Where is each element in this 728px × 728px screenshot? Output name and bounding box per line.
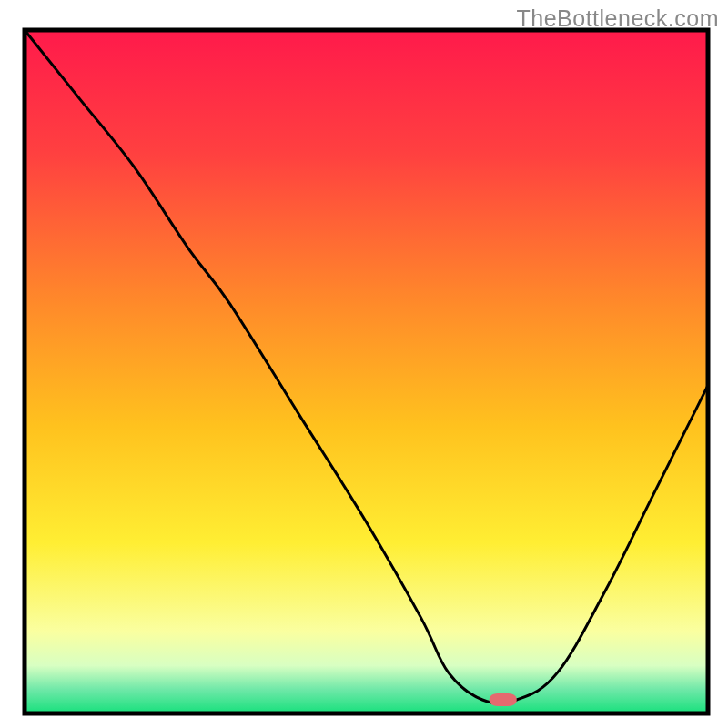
watermark-text: TheBottleneck.com xyxy=(517,5,720,32)
bottleneck-chart xyxy=(0,0,728,728)
gradient-background xyxy=(25,30,708,713)
chart-stage: TheBottleneck.com xyxy=(0,0,728,728)
optimal-point-marker xyxy=(490,693,517,706)
